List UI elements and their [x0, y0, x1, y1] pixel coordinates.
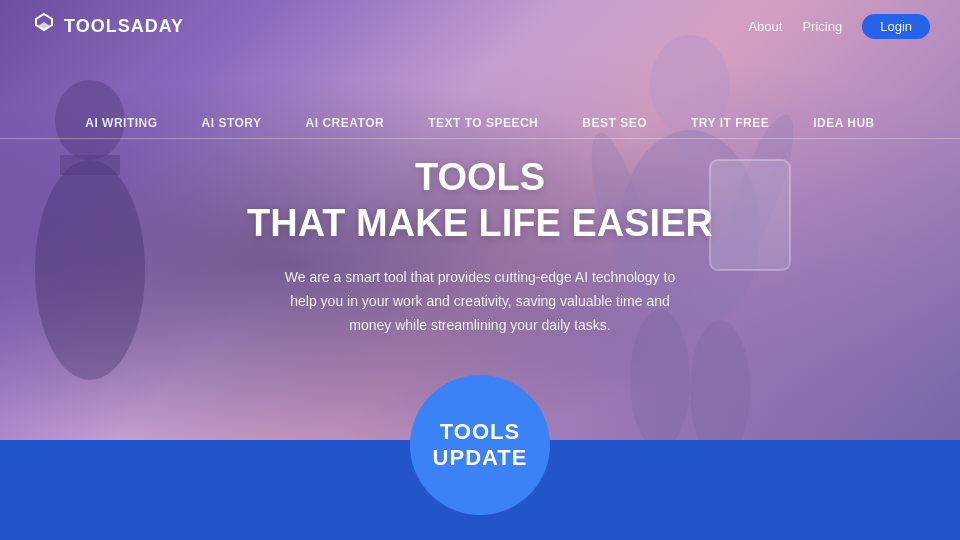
svg-point-9: [690, 320, 750, 440]
hero-title-line2: THAT MAKE LIFE EASIER: [0, 201, 960, 247]
logo-icon: [30, 12, 58, 40]
tab-text-to-speech[interactable]: TEXT TO SPEECH: [406, 108, 560, 138]
tab-best-seo[interactable]: BEST SEO: [560, 108, 669, 138]
hero-title: TOOLS THAT MAKE LIFE EASIER: [0, 155, 960, 246]
tab-try-it-free[interactable]: TRY IT FREE: [669, 108, 791, 138]
logo-text: TOOLSADAY: [64, 16, 184, 37]
tab-ai-writing[interactable]: AI WRITING: [63, 108, 179, 138]
page-wrapper: TOOLSADAY About Pricing Login AI WRITING…: [0, 0, 960, 540]
tab-idea-hub[interactable]: IDEA HUB: [791, 108, 897, 138]
tab-ai-story[interactable]: AI STORY: [180, 108, 284, 138]
hero-title-line1: TOOLS: [0, 155, 960, 201]
about-link[interactable]: About: [748, 19, 782, 34]
hero-description: We are a smart tool that provides cuttin…: [270, 266, 690, 337]
hero-content: TOOLS THAT MAKE LIFE EASIER We are a sma…: [0, 155, 960, 338]
pricing-link[interactable]: Pricing: [802, 19, 842, 34]
tools-update-badge[interactable]: TOOLS UPDATE: [410, 375, 550, 515]
badge-line2: UPDATE: [433, 445, 528, 471]
badge-line1: TOOLS: [440, 419, 520, 445]
navbar: TOOLSADAY About Pricing Login: [0, 0, 960, 52]
nav-right: About Pricing Login: [748, 14, 930, 39]
login-button[interactable]: Login: [862, 14, 930, 39]
logo-container[interactable]: TOOLSADAY: [30, 12, 184, 40]
nav-tabs: AI WRITING AI STORY AI CREATOR TEXT TO S…: [0, 108, 960, 139]
svg-marker-1: [38, 22, 50, 30]
tab-ai-creator[interactable]: AI CREATOR: [284, 108, 407, 138]
